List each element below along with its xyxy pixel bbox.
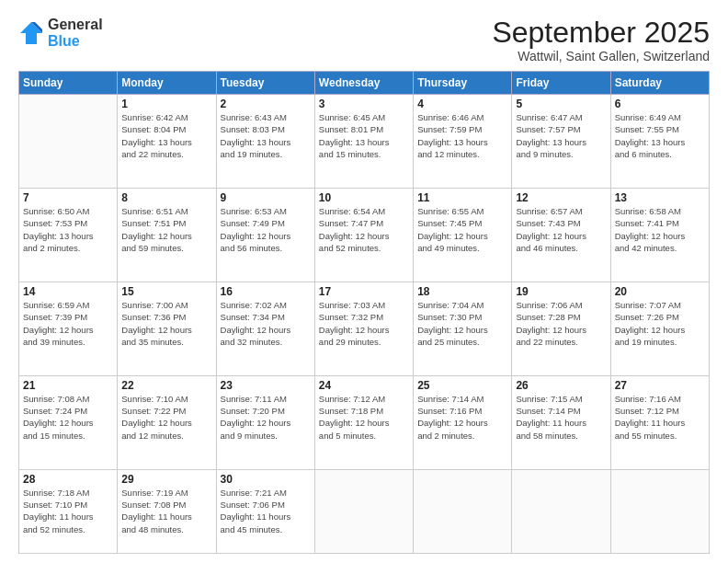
calendar-week-row: 28Sunrise: 7:18 AM Sunset: 7:10 PM Dayli… bbox=[19, 469, 710, 553]
title-month: September 2025 bbox=[492, 17, 710, 49]
calendar-week-row: 1Sunrise: 6:42 AM Sunset: 8:04 PM Daylig… bbox=[19, 95, 710, 189]
day-info: Sunrise: 6:57 AM Sunset: 7:43 PM Dayligh… bbox=[516, 205, 606, 254]
day-number: 29 bbox=[121, 473, 211, 486]
calendar-cell: 22Sunrise: 7:10 AM Sunset: 7:22 PM Dayli… bbox=[118, 375, 216, 469]
calendar-cell: 11Sunrise: 6:55 AM Sunset: 7:45 PM Dayli… bbox=[414, 189, 512, 282]
weekday-header: Saturday bbox=[610, 72, 709, 95]
weekday-header: Thursday bbox=[414, 72, 512, 95]
day-number: 8 bbox=[121, 191, 211, 204]
calendar-cell: 14Sunrise: 6:59 AM Sunset: 7:39 PM Dayli… bbox=[19, 282, 118, 375]
calendar-cell: 12Sunrise: 6:57 AM Sunset: 7:43 PM Dayli… bbox=[512, 189, 610, 282]
day-number: 27 bbox=[615, 379, 705, 392]
calendar-cell bbox=[19, 95, 118, 189]
day-number: 22 bbox=[121, 379, 211, 392]
day-info: Sunrise: 6:43 AM Sunset: 8:03 PM Dayligh… bbox=[221, 111, 311, 160]
day-number: 20 bbox=[615, 285, 705, 298]
logo-icon bbox=[18, 20, 44, 46]
day-number: 24 bbox=[319, 379, 409, 392]
day-info: Sunrise: 7:11 AM Sunset: 7:20 PM Dayligh… bbox=[221, 393, 311, 442]
day-number: 26 bbox=[516, 379, 606, 392]
day-number: 28 bbox=[23, 473, 113, 486]
calendar-cell: 15Sunrise: 7:00 AM Sunset: 7:36 PM Dayli… bbox=[118, 282, 216, 375]
day-info: Sunrise: 7:03 AM Sunset: 7:32 PM Dayligh… bbox=[319, 299, 409, 348]
calendar-cell: 16Sunrise: 7:02 AM Sunset: 7:34 PM Dayli… bbox=[216, 282, 314, 375]
day-number: 11 bbox=[417, 191, 507, 204]
day-info: Sunrise: 7:07 AM Sunset: 7:26 PM Dayligh… bbox=[615, 299, 705, 348]
calendar-cell: 5Sunrise: 6:47 AM Sunset: 7:57 PM Daylig… bbox=[512, 95, 610, 189]
calendar-week-row: 14Sunrise: 6:59 AM Sunset: 7:39 PM Dayli… bbox=[19, 282, 710, 375]
title-location: Wattwil, Saint Gallen, Switzerland bbox=[492, 49, 710, 63]
calendar-cell: 27Sunrise: 7:16 AM Sunset: 7:12 PM Dayli… bbox=[610, 375, 709, 469]
calendar-cell: 25Sunrise: 7:14 AM Sunset: 7:16 PM Dayli… bbox=[414, 375, 512, 469]
calendar-table: SundayMondayTuesdayWednesdayThursdayFrid… bbox=[18, 71, 710, 554]
day-number: 1 bbox=[121, 98, 211, 110]
day-info: Sunrise: 7:04 AM Sunset: 7:30 PM Dayligh… bbox=[417, 299, 507, 348]
calendar-cell: 17Sunrise: 7:03 AM Sunset: 7:32 PM Dayli… bbox=[314, 282, 413, 375]
calendar-cell bbox=[512, 469, 610, 553]
calendar-cell: 7Sunrise: 6:50 AM Sunset: 7:53 PM Daylig… bbox=[19, 189, 118, 282]
calendar-cell: 26Sunrise: 7:15 AM Sunset: 7:14 PM Dayli… bbox=[512, 375, 610, 469]
calendar-cell: 23Sunrise: 7:11 AM Sunset: 7:20 PM Dayli… bbox=[216, 375, 314, 469]
day-info: Sunrise: 7:16 AM Sunset: 7:12 PM Dayligh… bbox=[615, 393, 705, 442]
day-info: Sunrise: 6:58 AM Sunset: 7:41 PM Dayligh… bbox=[615, 205, 705, 254]
day-info: Sunrise: 6:49 AM Sunset: 7:55 PM Dayligh… bbox=[615, 111, 705, 160]
calendar-cell: 8Sunrise: 6:51 AM Sunset: 7:51 PM Daylig… bbox=[118, 189, 216, 282]
weekday-header: Friday bbox=[512, 72, 610, 95]
day-info: Sunrise: 6:45 AM Sunset: 8:01 PM Dayligh… bbox=[319, 111, 409, 160]
day-number: 12 bbox=[516, 191, 606, 204]
calendar-cell: 19Sunrise: 7:06 AM Sunset: 7:28 PM Dayli… bbox=[512, 282, 610, 375]
day-number: 3 bbox=[319, 98, 409, 110]
day-info: Sunrise: 7:19 AM Sunset: 7:08 PM Dayligh… bbox=[121, 487, 211, 535]
svg-marker-0 bbox=[20, 22, 42, 44]
day-info: Sunrise: 6:55 AM Sunset: 7:45 PM Dayligh… bbox=[417, 205, 507, 254]
title-block: September 2025 Wattwil, Saint Gallen, Sw… bbox=[492, 17, 710, 63]
calendar-cell bbox=[314, 469, 413, 553]
calendar-header-row: SundayMondayTuesdayWednesdayThursdayFrid… bbox=[19, 72, 710, 95]
day-number: 16 bbox=[221, 285, 311, 298]
day-info: Sunrise: 7:15 AM Sunset: 7:14 PM Dayligh… bbox=[516, 393, 606, 442]
calendar-cell: 13Sunrise: 6:58 AM Sunset: 7:41 PM Dayli… bbox=[610, 189, 709, 282]
weekday-header: Tuesday bbox=[216, 72, 314, 95]
day-number: 13 bbox=[615, 191, 705, 204]
day-info: Sunrise: 6:46 AM Sunset: 7:59 PM Dayligh… bbox=[417, 111, 507, 160]
day-info: Sunrise: 7:02 AM Sunset: 7:34 PM Dayligh… bbox=[221, 299, 311, 348]
day-info: Sunrise: 6:51 AM Sunset: 7:51 PM Dayligh… bbox=[121, 205, 211, 254]
page: General Blue September 2025 Wattwil, Sai… bbox=[0, 0, 728, 563]
calendar-cell: 28Sunrise: 7:18 AM Sunset: 7:10 PM Dayli… bbox=[19, 469, 118, 553]
calendar-cell: 3Sunrise: 6:45 AM Sunset: 8:01 PM Daylig… bbox=[314, 95, 413, 189]
day-number: 17 bbox=[319, 285, 409, 298]
day-number: 18 bbox=[417, 285, 507, 298]
header: General Blue September 2025 Wattwil, Sai… bbox=[18, 17, 710, 63]
day-info: Sunrise: 7:06 AM Sunset: 7:28 PM Dayligh… bbox=[516, 299, 606, 348]
day-number: 9 bbox=[221, 191, 311, 204]
day-number: 6 bbox=[615, 98, 705, 110]
day-number: 15 bbox=[121, 285, 211, 298]
calendar-cell: 6Sunrise: 6:49 AM Sunset: 7:55 PM Daylig… bbox=[610, 95, 709, 189]
logo: General Blue bbox=[18, 17, 103, 49]
day-number: 7 bbox=[23, 191, 113, 204]
day-number: 30 bbox=[221, 473, 311, 486]
calendar-cell: 29Sunrise: 7:19 AM Sunset: 7:08 PM Dayli… bbox=[118, 469, 216, 553]
day-info: Sunrise: 7:08 AM Sunset: 7:24 PM Dayligh… bbox=[23, 393, 113, 442]
calendar-cell: 1Sunrise: 6:42 AM Sunset: 8:04 PM Daylig… bbox=[118, 95, 216, 189]
day-info: Sunrise: 6:53 AM Sunset: 7:49 PM Dayligh… bbox=[221, 205, 311, 254]
day-info: Sunrise: 7:14 AM Sunset: 7:16 PM Dayligh… bbox=[417, 393, 507, 442]
calendar-cell: 20Sunrise: 7:07 AM Sunset: 7:26 PM Dayli… bbox=[610, 282, 709, 375]
day-number: 25 bbox=[417, 379, 507, 392]
logo-blue: Blue bbox=[48, 33, 103, 50]
day-info: Sunrise: 6:54 AM Sunset: 7:47 PM Dayligh… bbox=[319, 205, 409, 254]
day-info: Sunrise: 6:42 AM Sunset: 8:04 PM Dayligh… bbox=[121, 111, 211, 160]
calendar-cell: 2Sunrise: 6:43 AM Sunset: 8:03 PM Daylig… bbox=[216, 95, 314, 189]
calendar-cell: 4Sunrise: 6:46 AM Sunset: 7:59 PM Daylig… bbox=[414, 95, 512, 189]
day-number: 4 bbox=[417, 98, 507, 110]
calendar-cell bbox=[610, 469, 709, 553]
logo-general: General bbox=[48, 17, 103, 33]
day-number: 14 bbox=[23, 285, 113, 298]
calendar-cell: 18Sunrise: 7:04 AM Sunset: 7:30 PM Dayli… bbox=[414, 282, 512, 375]
calendar-cell: 24Sunrise: 7:12 AM Sunset: 7:18 PM Dayli… bbox=[314, 375, 413, 469]
day-number: 5 bbox=[516, 98, 606, 110]
day-number: 2 bbox=[221, 98, 311, 110]
calendar-cell: 30Sunrise: 7:21 AM Sunset: 7:06 PM Dayli… bbox=[216, 469, 314, 553]
calendar-cell: 21Sunrise: 7:08 AM Sunset: 7:24 PM Dayli… bbox=[19, 375, 118, 469]
day-number: 19 bbox=[516, 285, 606, 298]
